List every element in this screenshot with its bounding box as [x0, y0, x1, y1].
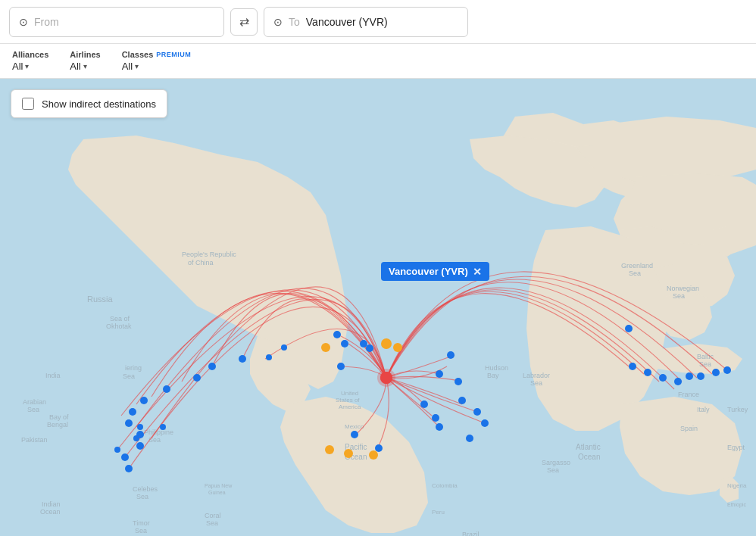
from-search-box[interactable]: ⊙ From [9, 7, 224, 37]
svg-text:Colombia: Colombia [432, 482, 458, 489]
svg-text:Italy: Italy [697, 406, 710, 413]
svg-text:Ocean: Ocean [40, 508, 61, 516]
svg-point-70 [125, 419, 133, 427]
svg-point-97 [473, 408, 481, 416]
svg-point-108 [325, 445, 334, 454]
svg-text:Egypt: Egypt [727, 444, 745, 451]
airlines-value: All [70, 61, 80, 72]
svg-text:Philippine: Philippine [144, 428, 173, 436]
svg-text:Sea of: Sea of [110, 315, 130, 323]
svg-point-72 [136, 442, 144, 450]
svg-text:Timor: Timor [133, 519, 150, 527]
location-to-icon: ⊙ [273, 16, 283, 28]
header: ⊙ From ⇄ ⊙ To Vancouver (YVR) [0, 0, 756, 44]
to-label: To [289, 16, 300, 28]
alliances-label: Alliances [12, 50, 48, 59]
svg-text:Bay of: Bay of [49, 413, 69, 421]
svg-text:iering: iering [125, 364, 142, 372]
indirect-destinations-label[interactable]: Show indirect destinations [42, 98, 156, 110]
world-map-svg: Russia People's Republic of China Philip… [0, 79, 756, 536]
classes-select[interactable]: All ▾ [122, 61, 192, 72]
svg-text:Ethiopic: Ethiopic [727, 502, 746, 508]
svg-point-112 [380, 372, 392, 384]
svg-text:Indian: Indian [42, 500, 61, 508]
svg-point-94 [447, 351, 455, 359]
premium-badge: PREMIUM [156, 51, 191, 58]
swap-button[interactable]: ⇄ [230, 8, 258, 36]
svg-text:Baltic: Baltic [697, 353, 714, 360]
svg-point-113 [360, 340, 367, 347]
svg-point-65 [208, 363, 216, 370]
alliances-select[interactable]: All ▾ [12, 61, 48, 72]
to-search-box[interactable]: ⊙ To Vancouver (YVR) [264, 7, 468, 37]
svg-text:Bay: Bay [487, 372, 499, 379]
classes-filter: Classes PREMIUM All ▾ [122, 50, 192, 72]
airlines-select[interactable]: All ▾ [70, 61, 100, 72]
from-placeholder: From [34, 16, 59, 28]
svg-text:United: United [341, 390, 358, 397]
svg-point-67 [163, 385, 170, 393]
close-tooltip-button[interactable]: ✕ [473, 266, 482, 277]
yvr-label: Vancouver (YVR) [389, 266, 468, 277]
svg-point-101 [333, 331, 341, 338]
svg-text:Coral: Coral [205, 512, 221, 519]
svg-text:Turkey: Turkey [727, 406, 748, 413]
svg-text:Celebes: Celebes [133, 485, 158, 493]
svg-point-80 [281, 344, 287, 351]
yvr-tooltip: Vancouver (YVR) ✕ [381, 262, 489, 281]
svg-point-79 [266, 354, 272, 360]
svg-point-82 [644, 369, 651, 376]
svg-point-76 [137, 424, 143, 430]
airlines-chevron-icon: ▾ [83, 62, 87, 70]
svg-text:Sea: Sea [123, 372, 135, 380]
svg-point-100 [341, 340, 348, 347]
svg-point-74 [125, 465, 133, 472]
svg-text:of China: of China [188, 259, 214, 266]
svg-text:Papua New: Papua New [205, 483, 233, 489]
classes-label: Classes PREMIUM [122, 50, 192, 59]
svg-point-68 [140, 397, 148, 404]
svg-text:Sea: Sea [27, 406, 39, 413]
svg-text:Atlantic: Atlantic [576, 443, 601, 451]
svg-point-92 [432, 414, 439, 422]
svg-point-95 [455, 378, 462, 385]
svg-point-87 [712, 369, 720, 376]
svg-text:Sea: Sea [148, 436, 161, 444]
svg-point-98 [481, 419, 489, 427]
svg-text:Sea: Sea [673, 292, 685, 300]
indirect-destinations-checkbox[interactable] [22, 98, 34, 110]
svg-text:Sea: Sea [136, 493, 148, 500]
svg-text:India: India [45, 372, 61, 379]
svg-text:France: France [678, 391, 699, 398]
svg-point-106 [393, 343, 402, 352]
svg-text:Hudson: Hudson [485, 364, 508, 372]
svg-text:Pakistan: Pakistan [21, 436, 48, 444]
svg-text:Russia: Russia [87, 294, 114, 304]
svg-point-99 [466, 435, 473, 442]
svg-point-90 [436, 370, 443, 378]
svg-point-84 [674, 378, 682, 385]
svg-point-86 [697, 372, 704, 380]
alliances-value: All [12, 61, 23, 72]
svg-point-75 [114, 447, 120, 453]
svg-point-93 [436, 423, 443, 431]
alliances-filter: Alliances All ▾ [12, 50, 48, 72]
svg-point-109 [344, 449, 353, 458]
svg-point-81 [629, 363, 636, 370]
svg-point-66 [193, 374, 201, 382]
svg-text:Greenland: Greenland [621, 262, 653, 270]
svg-point-107 [321, 343, 330, 352]
svg-text:Brazil: Brazil [462, 531, 480, 536]
svg-text:Sea: Sea [135, 527, 147, 534]
filter-bar: Alliances All ▾ Airlines All ▾ Classes P… [0, 44, 756, 79]
svg-point-114 [366, 344, 373, 352]
alliances-chevron-icon: ▾ [25, 62, 29, 70]
classes-value: All [122, 61, 133, 72]
svg-text:Sea: Sea [547, 466, 559, 474]
svg-text:America: America [339, 404, 361, 410]
airlines-filter: Airlines All ▾ [70, 50, 100, 72]
svg-text:Sea: Sea [530, 379, 542, 387]
to-value: Vancouver (YVR) [306, 16, 388, 28]
svg-text:Ocean: Ocean [578, 453, 600, 461]
svg-point-96 [458, 397, 466, 404]
